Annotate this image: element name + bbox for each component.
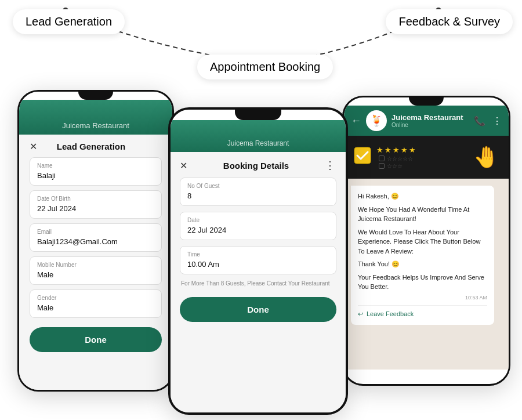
field-date-value: 22 Jul 2024 xyxy=(187,226,226,234)
booking-done-button[interactable]: Done xyxy=(180,297,336,322)
star-1: ★ xyxy=(376,146,383,154)
field-name-label: Name xyxy=(37,162,154,169)
label-feedback-survey: Feedback & Survey xyxy=(386,9,513,34)
field-guests-value: 8 xyxy=(187,191,191,200)
avatar: 🍹 xyxy=(366,110,387,131)
star-5: ★ xyxy=(409,146,416,154)
wa-action-icons: 📞 ⋮ xyxy=(474,115,502,126)
phone-center-notch xyxy=(235,110,281,120)
booking-form: ✕ Booking Details ⋮ No Of Guest 8 Date 2… xyxy=(171,152,346,415)
lead-title-bar: ✕ Lead Generation xyxy=(30,135,162,157)
field-time[interactable]: Time 10.00 Am xyxy=(180,246,336,274)
phone-left-notch xyxy=(78,92,113,100)
field-name-value: Balaji xyxy=(37,171,56,180)
wa-message2: We Would Love To Hear About Your Experie… xyxy=(358,227,487,256)
star-3: ★ xyxy=(393,146,400,154)
wa-message4: Your Feedback Helps Us Improve And Serve… xyxy=(358,273,487,292)
field-time-value: 10.00 Am xyxy=(187,260,219,269)
star-2: ★ xyxy=(385,146,392,154)
field-gender[interactable]: Gender Male xyxy=(30,289,162,318)
lead-done-button[interactable]: Done xyxy=(30,327,162,352)
phone-feedback: ← 🍹 Juicema Restaurant Online 📞 ⋮ ★ ★ ★ … xyxy=(342,96,510,386)
field-name[interactable]: Name Balaji xyxy=(30,157,162,186)
reply-icon: ↩ xyxy=(358,309,363,319)
wa-contact-info: Juicema Restaurant Online xyxy=(392,113,469,128)
lead-managed-bar: Managed by Dore Chat Learn More xyxy=(19,388,172,392)
lead-form: ✕ Lead Generation Name Balaji Date Of Bi… xyxy=(19,135,172,388)
label-lead-generation: Lead Generation xyxy=(13,9,125,34)
field-email-value: Balaji1234@Gmail.Com xyxy=(37,237,118,246)
rating-checkbox-icon xyxy=(353,146,372,169)
phone-right-notch xyxy=(409,97,444,106)
booking-dots-menu[interactable]: ⋮ xyxy=(325,159,336,172)
field-mobile-value: Male xyxy=(37,270,53,279)
phone-left-restaurant: Juicema Restaurant xyxy=(62,121,129,130)
field-mobile-label: Mobile Number xyxy=(37,262,154,268)
field-dob-value: 22 Jul 2024 xyxy=(37,204,76,213)
wa-chat-body: Hi Rakesh, 😊 We Hope You Had A Wonderful… xyxy=(344,179,509,370)
hand-emoji: 🤚 xyxy=(420,145,499,169)
phone-center-header: Juicema Restaurant xyxy=(171,120,346,152)
wa-greeting: Hi Rakesh, 😊 xyxy=(358,191,487,201)
leave-feedback-label: Leave Feedback xyxy=(367,309,414,319)
label-appointment-booking: Appointment Booking xyxy=(197,55,333,79)
field-date[interactable]: Date 22 Jul 2024 xyxy=(180,212,336,240)
booking-form-title: Booking Details xyxy=(223,161,289,171)
dots-menu-icon[interactable]: ⋮ xyxy=(492,115,502,126)
phone-booking: Juicema Restaurant ✕ Booking Details ⋮ N… xyxy=(168,107,348,415)
lead-close-button[interactable]: ✕ xyxy=(30,141,37,152)
wa-timestamp: 10:53 AM xyxy=(358,294,487,302)
booking-close-button[interactable]: ✕ xyxy=(180,160,187,171)
lead-form-title: Lead Generation xyxy=(57,142,125,151)
booking-note: For More Than 8 Guests, Please Contact Y… xyxy=(180,280,336,287)
phone-left-header: Juicema Restaurant xyxy=(19,100,172,135)
wa-back-button[interactable]: ← xyxy=(351,115,361,127)
phone-lead-generation: Juicema Restaurant ✕ Lead Generation Nam… xyxy=(17,90,174,392)
field-gender-value: Male xyxy=(37,303,53,312)
wa-message-bubble: Hi Rakesh, 😊 We Hope You Had A Wonderful… xyxy=(351,186,494,325)
wa-header: ← 🍹 Juicema Restaurant Online 📞 ⋮ xyxy=(344,106,509,136)
phone-center-restaurant: Juicema Restaurant xyxy=(227,139,289,147)
field-dob-label: Date Of Birth xyxy=(37,195,154,202)
star-rating: ★ ★ ★ ★ ★ ☆☆☆☆☆ ☆☆☆ xyxy=(376,146,416,169)
star-4: ★ xyxy=(401,146,408,154)
field-guests[interactable]: No Of Guest 8 xyxy=(180,178,336,206)
field-dob[interactable]: Date Of Birth 22 Jul 2024 xyxy=(30,190,162,219)
field-email[interactable]: Email Balaji1234@Gmail.Com xyxy=(30,223,162,252)
field-date-label: Date xyxy=(187,217,329,223)
call-icon[interactable]: 📞 xyxy=(474,115,485,126)
field-time-label: Time xyxy=(187,251,329,258)
field-email-label: Email xyxy=(37,229,154,235)
field-gender-label: Gender xyxy=(37,295,154,301)
leave-feedback-button[interactable]: ↩ Leave Feedback xyxy=(358,305,487,319)
field-guests-label: No Of Guest xyxy=(187,183,329,189)
wa-message3: Thank You! 😊 xyxy=(358,259,487,269)
field-mobile[interactable]: Mobile Number Male xyxy=(30,256,162,285)
booking-title-bar: ✕ Booking Details ⋮ xyxy=(180,152,336,178)
star-row-top: ★ ★ ★ ★ ★ xyxy=(376,146,416,154)
wa-rating-banner: ★ ★ ★ ★ ★ ☆☆☆☆☆ ☆☆☆ 🤚 xyxy=(344,136,509,179)
wa-status: Online xyxy=(392,122,469,128)
wa-restaurant-name: Juicema Restaurant xyxy=(392,113,469,122)
wa-message1: We Hope You Had A Wonderful Time At Juic… xyxy=(358,205,487,224)
